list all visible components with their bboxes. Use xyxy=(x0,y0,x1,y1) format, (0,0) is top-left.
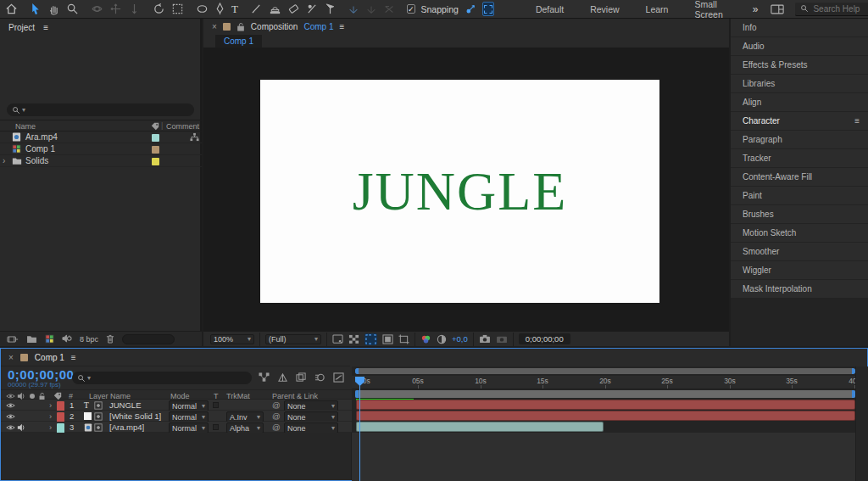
panel-tab-paint[interactable]: Paint xyxy=(731,187,868,204)
panel-tab-tracker[interactable]: Tracker xyxy=(731,149,868,167)
panel-tab-content-aware-fill[interactable]: Content-Aware Fill xyxy=(731,168,868,186)
brush-tool[interactable] xyxy=(250,2,263,16)
workspace-tab-small-screen[interactable]: Small Screen xyxy=(684,0,732,20)
crop-icon[interactable] xyxy=(398,334,409,344)
work-area-bar[interactable] xyxy=(355,390,855,398)
panel-tab-audio[interactable]: Audio xyxy=(731,37,868,55)
panel-tab-wiggler[interactable]: Wiggler xyxy=(731,261,868,279)
search-options-caret-icon[interactable]: ▾ xyxy=(87,375,91,382)
layer-name[interactable]: [White Solid 1] xyxy=(109,411,161,422)
project-settings-icon[interactable] xyxy=(62,334,72,344)
region-of-interest-icon[interactable] xyxy=(364,333,377,345)
timeline-menu-icon[interactable]: ≡ xyxy=(71,353,76,362)
timeline-horizontal-scrollbar[interactable] xyxy=(355,368,855,374)
project-item-name[interactable]: Ara.mp4 xyxy=(25,132,58,142)
snapshot-camera-icon[interactable] xyxy=(479,334,491,344)
workspace-tab-learn[interactable]: Learn xyxy=(636,4,679,14)
frame-blending-icon[interactable] xyxy=(296,372,307,383)
column-comment[interactable]: Comment xyxy=(166,122,199,131)
panel-tab-info[interactable]: Info xyxy=(731,19,868,36)
project-search-box[interactable]: ▾ xyxy=(7,103,194,116)
graph-editor-icon[interactable] xyxy=(333,372,344,383)
layer-row[interactable]: › 3 [Ara.mp4] Normal ▾ Alpha ▾ @ None ▾ xyxy=(1,422,352,433)
project-item-name[interactable]: Comp 1 xyxy=(25,144,55,154)
panel-tab-align[interactable]: Align xyxy=(731,93,868,111)
twirl-icon[interactable]: › xyxy=(49,422,52,433)
preserve-transparency-toggle[interactable] xyxy=(213,424,219,430)
help-search-input[interactable] xyxy=(813,4,868,14)
close-icon[interactable]: × xyxy=(8,353,14,362)
preserve-transparency-toggle[interactable] xyxy=(213,402,219,408)
help-search-box[interactable] xyxy=(795,3,868,16)
eraser-tool[interactable] xyxy=(287,2,300,16)
transparency-grid-icon[interactable] xyxy=(348,334,359,344)
workspace-switcher-icon[interactable] xyxy=(771,2,784,16)
resolution-dropdown[interactable]: (Full) ▾ xyxy=(265,334,321,344)
playhead-line[interactable] xyxy=(359,378,360,481)
workspace-tab-default[interactable]: Default xyxy=(526,4,574,14)
twirl-icon[interactable]: › xyxy=(3,156,5,165)
pickwhip-icon[interactable]: @ xyxy=(272,400,281,411)
comp-panel-comp-name[interactable]: Comp 1 xyxy=(303,22,333,31)
motion-blur-icon[interactable] xyxy=(314,372,326,383)
project-panel-title[interactable]: Project xyxy=(8,23,35,32)
label-color-column-icon[interactable] xyxy=(151,122,159,131)
composition-viewer[interactable]: JUNGLE xyxy=(203,48,729,331)
composition-canvas[interactable]: JUNGLE xyxy=(260,80,659,303)
panel-menu-icon[interactable]: ≡ xyxy=(854,116,860,126)
project-panel-menu-icon[interactable]: ≡ xyxy=(43,23,48,32)
panel-tab-paragraph[interactable]: Paragraph xyxy=(731,131,868,148)
grid-guides-icon[interactable] xyxy=(332,334,343,344)
interpret-footage-icon[interactable] xyxy=(7,335,19,344)
draft-3d-icon[interactable] xyxy=(277,372,288,383)
new-folder-icon[interactable] xyxy=(26,335,37,344)
lock-icon[interactable] xyxy=(236,22,245,31)
eye-icon[interactable] xyxy=(6,422,15,433)
zoom-tool[interactable] xyxy=(66,2,79,16)
layer-duration-bar[interactable] xyxy=(356,400,855,410)
new-composition-icon[interactable] xyxy=(45,334,54,344)
label-color-chip[interactable] xyxy=(152,134,159,142)
orbit-camera-tool[interactable] xyxy=(91,2,103,16)
preview-time-display[interactable]: 0;00;00;00 xyxy=(519,333,570,344)
layer-name[interactable]: JUNGLE xyxy=(109,400,141,411)
rotate-tool[interactable] xyxy=(153,2,165,16)
bit-depth-button[interactable]: 8 bpc xyxy=(80,335,98,344)
collapse-switch-icon[interactable] xyxy=(94,422,103,433)
snapping-checkbox[interactable]: ✓ xyxy=(407,4,415,14)
twirl-icon[interactable]: › xyxy=(49,411,52,422)
magnification-dropdown[interactable]: 100% ▾ xyxy=(210,334,254,344)
workspace-tab-review[interactable]: Review xyxy=(580,4,629,14)
mini-flowchart-icon[interactable] xyxy=(259,372,270,383)
local-axis-mode-icon[interactable] xyxy=(348,2,359,16)
roto-brush-tool[interactable] xyxy=(306,2,319,16)
layer-name[interactable]: [Ara.mp4] xyxy=(109,422,144,433)
workspace-overflow-chevrons[interactable]: » xyxy=(753,3,759,15)
time-ruler[interactable]: 00s 05s 10s 15s 20s 25s 30s 35s 40s xyxy=(352,376,868,389)
pen-tool[interactable] xyxy=(214,2,225,16)
current-time-display[interactable]: 0;00;00;00 xyxy=(8,367,74,382)
timeline-graph-area[interactable]: 00s 05s 10s 15s 20s 25s 30s 35s 40s xyxy=(352,366,868,481)
shape-tool[interactable] xyxy=(196,2,209,16)
world-axis-mode-icon[interactable] xyxy=(365,2,377,16)
home-icon[interactable] xyxy=(5,2,18,16)
twirl-icon[interactable]: › xyxy=(49,400,52,411)
timeline-tab-label[interactable]: Comp 1 xyxy=(35,353,64,362)
eye-icon[interactable] xyxy=(6,400,15,411)
layer-duration-bar[interactable] xyxy=(356,411,855,421)
eye-icon[interactable] xyxy=(6,411,15,422)
label-color-chip[interactable] xyxy=(152,146,159,154)
panel-tab-brushes[interactable]: Brushes xyxy=(731,205,868,223)
panel-tab-smoother[interactable]: Smoother xyxy=(731,243,868,260)
show-snapshot-icon[interactable] xyxy=(496,334,508,344)
pickwhip-icon[interactable]: @ xyxy=(272,411,281,422)
panel-tab-mask-interpolation[interactable]: Mask Interpolation xyxy=(731,280,868,298)
exposure-value[interactable]: +0,0 xyxy=(452,334,468,344)
layer-duration-bar[interactable] xyxy=(356,422,604,432)
trash-icon[interactable] xyxy=(106,334,114,344)
pan-behind-tool[interactable] xyxy=(171,2,184,16)
snap-to-point-icon[interactable] xyxy=(465,2,476,16)
project-item-row[interactable]: Comp 1 xyxy=(0,143,202,155)
project-item-row[interactable]: › Solids xyxy=(0,155,202,167)
mask-visibility-icon[interactable] xyxy=(382,334,393,344)
